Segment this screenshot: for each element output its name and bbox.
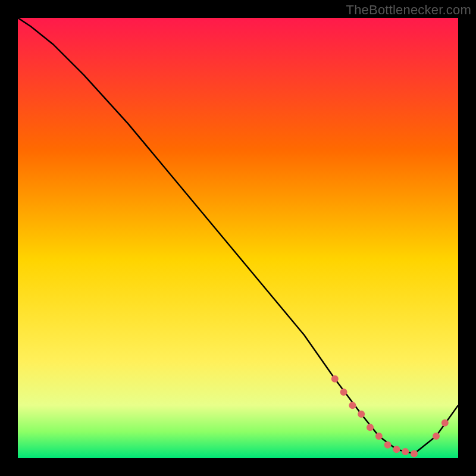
marker-point bbox=[384, 441, 392, 449]
chart-svg bbox=[18, 18, 458, 458]
marker-point bbox=[411, 450, 418, 458]
marker-point bbox=[349, 402, 356, 409]
marker-point bbox=[375, 433, 383, 440]
plot-area bbox=[18, 18, 458, 458]
watermark-text: TheBottlenecker.com bbox=[346, 2, 471, 18]
marker-point bbox=[441, 419, 449, 427]
marker-point bbox=[402, 448, 409, 455]
gradient-background bbox=[18, 18, 458, 458]
marker-point bbox=[433, 433, 440, 440]
marker-point bbox=[393, 446, 400, 453]
marker-point bbox=[340, 389, 347, 396]
marker-point bbox=[367, 424, 374, 431]
marker-point bbox=[358, 411, 365, 418]
chart-frame: TheBottlenecker.com bbox=[0, 0, 476, 476]
marker-point bbox=[331, 375, 339, 383]
